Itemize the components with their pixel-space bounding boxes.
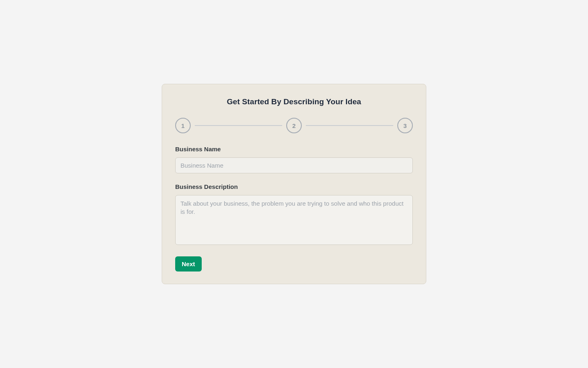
step-line xyxy=(306,125,393,126)
business-description-input[interactable] xyxy=(175,195,413,245)
business-name-input[interactable] xyxy=(175,157,413,173)
business-name-group: Business Name xyxy=(175,146,413,173)
onboarding-card: Get Started By Describing Your Idea 1 2 … xyxy=(162,84,426,284)
business-description-group: Business Description xyxy=(175,183,413,247)
step-1: 1 xyxy=(175,118,191,133)
stepper: 1 2 3 xyxy=(175,118,413,133)
step-3: 3 xyxy=(397,118,413,133)
card-title: Get Started By Describing Your Idea xyxy=(175,97,413,106)
next-button[interactable]: Next xyxy=(175,256,202,272)
step-2: 2 xyxy=(286,118,302,133)
business-description-label: Business Description xyxy=(175,183,413,190)
business-name-label: Business Name xyxy=(175,146,413,153)
step-line xyxy=(195,125,282,126)
